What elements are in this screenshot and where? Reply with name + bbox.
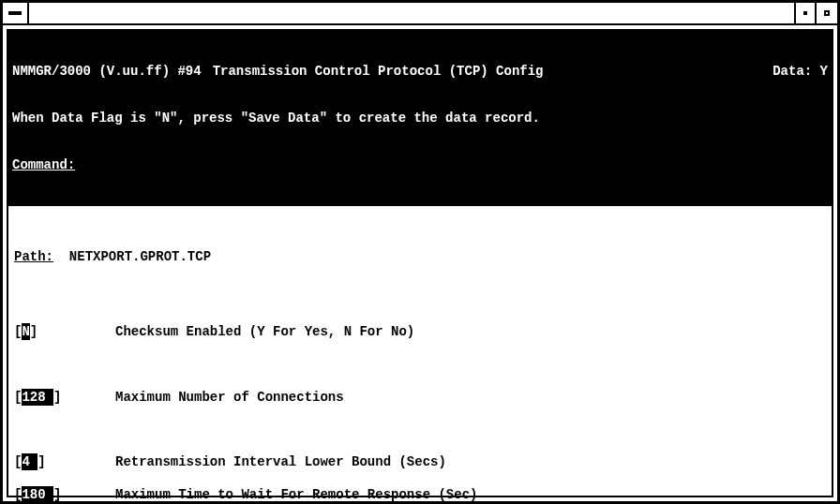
screen-frame: NMMGR/3000 (V.uu.ff) #94 Transmission Co… — [7, 29, 833, 497]
window-title-bar — [3, 3, 837, 25]
retrans-lower-input[interactable]: 4 — [22, 453, 38, 470]
maximize-button[interactable] — [817, 3, 837, 23]
title-bar-spacer — [29, 3, 796, 23]
retrans-lower-label: Retransmission Interval Lower Bound (Sec… — [98, 453, 446, 470]
path-value: NETXPORT.GPROT.TCP — [69, 248, 211, 265]
screen-header: NMMGR/3000 (V.uu.ff) #94 Transmission Co… — [8, 31, 832, 206]
screen-title: Transmission Control Protocol (TCP) Conf… — [202, 64, 773, 80]
path-label: Path: — [14, 248, 53, 265]
command-line: Command: — [12, 157, 828, 173]
form-body: Path: NETXPORT.GPROT.TCP [N]Checksum Ena… — [8, 206, 832, 504]
max-connections-input[interactable]: 128 — [22, 389, 53, 406]
minimize-button[interactable] — [796, 3, 817, 23]
checksum-input[interactable]: N — [22, 323, 29, 340]
remote-wait-label: Maximum Time to Wait For Remote Response… — [98, 486, 477, 503]
checksum-label: Checksum Enabled (Y For Yes, N For No) — [98, 323, 414, 340]
terminal-window: NMMGR/3000 (V.uu.ff) #94 Transmission Co… — [0, 0, 840, 504]
data-flag: Data: Y — [772, 64, 828, 80]
app-id: NMMGR/3000 (V.uu.ff) #94 — [12, 64, 202, 80]
max-connections-label: Maximum Number of Connections — [98, 389, 344, 406]
header-hint: When Data Flag is "N", press "Save Data"… — [12, 111, 828, 126]
system-menu-button[interactable] — [3, 3, 29, 23]
remote-wait-input[interactable]: 180 — [22, 486, 53, 503]
